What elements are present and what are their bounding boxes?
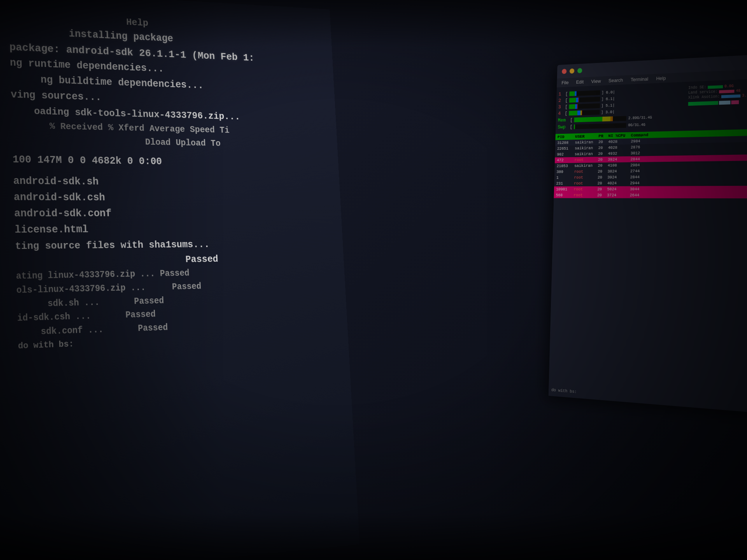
terminal-left: Help installing package package: android… xyxy=(0,0,359,560)
terminal-line-10: android-sdk.sh xyxy=(13,173,321,191)
menu-view[interactable]: View xyxy=(591,78,601,84)
menu-help[interactable]: Help xyxy=(656,75,666,81)
menu-terminal[interactable]: Terminal xyxy=(631,76,648,82)
htop-footer: do with bs: xyxy=(551,388,577,394)
close-dot xyxy=(562,69,566,74)
menu-search[interactable]: Search xyxy=(608,77,623,84)
terminal-right: File Edit View Search Terminal Help 1 [ … xyxy=(549,54,747,413)
minimize-dot xyxy=(570,68,574,74)
process-row-8: 231 root 20 4024 2944 xyxy=(554,179,747,186)
process-row-10: 568 root 20 3724 2644 xyxy=(554,192,747,198)
terminal-line-12: android-sdk.conf xyxy=(14,206,322,222)
terminal-line-11: android-sdk.csh xyxy=(14,190,321,206)
terminal-line-13: license.html xyxy=(14,221,323,238)
menu-edit[interactable]: Edit xyxy=(576,79,584,85)
process-row-9: 10981 root 20 5024 3044 xyxy=(554,186,747,192)
maximize-dot xyxy=(577,68,582,73)
menu-file[interactable]: File xyxy=(561,80,568,86)
